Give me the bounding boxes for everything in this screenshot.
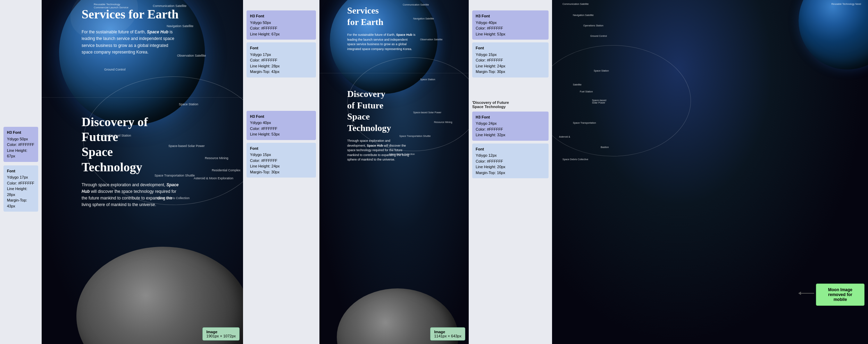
sat-label-station: Space Station: [179, 103, 198, 106]
mobile-section2-text: Discoveryof FutureSpaceTechnology Throug…: [347, 89, 410, 162]
mobile-h3-font-ann2: H3 Font Ydiygo 24pxColor: #FFFFFFLine He…: [472, 112, 549, 141]
right-font-annotation: Font Ydiygo 17pxColor: #FFFFFFLine Heigh…: [247, 42, 316, 77]
services-body: For the sustainable future of Earth, Spa…: [82, 29, 179, 56]
left-font-annotation: Font Ydiygo 17pxColor: #FFFFFFLine Heigh…: [3, 165, 38, 212]
mobile-section1-text: Servicesfor Earth For the sustainable fu…: [347, 5, 417, 51]
mobile-sat-obs: Observation Satellite: [420, 38, 443, 41]
mobile-panel: Servicesfor Earth For the sustainable fu…: [319, 0, 469, 344]
mobile-font-ann2: Font Ydiygo 12pxColor: #FFFFFFLine Heigh…: [472, 144, 549, 179]
mobile-h3-font-ann1: H3 Font Ydiygo 40pxColor: #FFFFFFLine He…: [472, 10, 549, 40]
sat-label-residential: Residential Complex: [212, 169, 241, 172]
mobile-sat-station: Space Station: [420, 78, 435, 81]
desktop-image-size-box: Image 1901px × 1072px: [202, 327, 240, 341]
right-h3-font-annotation: H3 Font Ydiygo 50pxColor: #FFFFFFLine He…: [247, 10, 316, 40]
sat-label-debris: Space Debris Collection: [156, 196, 190, 200]
mobile-section1-title-annotation: H3 Font Ydiygo 40pxColor: #FFFFFFLine He…: [472, 10, 549, 80]
far-right-sat-asteroid: Asteroid &: [559, 136, 570, 138]
mobile-section-divider: [319, 73, 469, 73]
far-right-sat-nav: Navigation Satellite: [573, 14, 594, 16]
mobile-font-ann1: Font Ydiygo 15pxColor: #FFFFFFLine Heigh…: [472, 42, 549, 77]
discovery-body: Through space exploration and developmen…: [82, 182, 179, 208]
far-right-sat-ground: Ground Control: [590, 35, 607, 37]
sat-label-ground: Ground Control: [104, 68, 126, 71]
mobile-discovery-label: 'Discovery of FutureSpace Technology: [472, 100, 549, 109]
far-right-sat-fuelstation: Fuel Station: [580, 90, 593, 93]
mobile-services-title: Servicesfor Earth: [347, 5, 417, 28]
mobile-discovery-title: Discoveryof FutureSpaceTechnology: [347, 89, 410, 134]
mobile-sat-mining: Resource Mining: [434, 121, 452, 123]
sat-label-nav: Navigation Satellite: [167, 24, 193, 28]
mobile-discovery-body: Through space exploration and developmen…: [347, 139, 410, 162]
far-right-sat-station: Space Station: [594, 69, 609, 72]
far-right-sat-opsstatus: Operations Station: [583, 24, 603, 27]
mobile-sat-solar: Space-based Solar Power: [413, 111, 441, 114]
moon-removed-arrow: [800, 293, 814, 294]
discovery-title: Discovery ofFutureSpaceTechnology: [82, 115, 179, 175]
section-divider: [42, 97, 243, 98]
mobile-section2-annotation: 'Discovery of FutureSpace Technology H3 …: [472, 100, 549, 181]
sat-label-solar: Space-based Solar Power: [168, 144, 205, 148]
sat-label-shuttle: Space Transportation Shuttle: [155, 174, 195, 177]
mobile-services-body: For the sustainable future of Earth, Spa…: [347, 33, 417, 51]
sat-label-reusable: Reusable TechnologyCommercial Launch Ser…: [94, 3, 128, 9]
left-annotation-column: H3 Font Ydiygo 50pxColor: #FFFFFFLine He…: [0, 0, 42, 344]
right-h3-font-annotation2: H3 Font Ydiygo 40pxColor: #FFFFFFLine He…: [247, 111, 316, 140]
right-font-annotation2: Font Ydiygo 15pxColor: #FFFFFFLine Heigh…: [247, 143, 316, 178]
moon-removed-annotation: Moon Image removed for mobile: [816, 284, 865, 306]
desktop-section1-text: Services for Earth For the sustainable f…: [82, 7, 179, 56]
right-desktop-annotation-column: H3 Font Ydiygo 50pxColor: #FFFFFFLine He…: [243, 0, 319, 344]
far-right-sat-bastion: Bastion: [601, 146, 609, 148]
far-right-panel: Moon Image removed for mobile Communicat…: [552, 0, 868, 344]
mobile-sat-debris: Space Debris Collection: [389, 153, 415, 155]
mobile-image-size-box: Image 1141px × 643px: [430, 327, 465, 341]
sat-label-obs: Observation Satellite: [177, 54, 206, 57]
sat-label-mining: Resource Mining: [205, 156, 228, 160]
far-right-sat-transport: Space Transportation: [573, 122, 596, 124]
sat-label-comm: Communication Satellite: [153, 4, 186, 8]
far-right-sat-solar2: Space-basedSolar Power: [592, 99, 606, 104]
left-h3-font-annotation: H3 Font Ydiygo 50pxColor: #FFFFFFLine He…: [3, 127, 38, 162]
services-title: Services for Earth: [82, 7, 179, 22]
far-right-sat-satellite: Satellite: [573, 83, 582, 86]
sat-label-fuel: Satellite Fuel Station: [102, 134, 131, 137]
desktop-panel: Services for Earth For the sustainable f…: [42, 0, 243, 344]
far-right-sat-comm: Communication Satellite: [562, 3, 589, 5]
mobile-sat-shuttle: Space Transportation Shuttle: [399, 135, 431, 137]
mobile-sat-comm: Communication Satellite: [403, 3, 429, 6]
far-right-sat-reusable: Reusable Technology Need: [832, 3, 861, 5]
far-right-sat-space-debris: Space Debris Collective: [562, 158, 588, 161]
right-mobile-annotation-column: H3 Font Ydiygo 40pxColor: #FFFFFFLine He…: [469, 0, 552, 344]
desktop-section2-text: Discovery ofFutureSpaceTechnology Throug…: [82, 115, 179, 208]
mobile-sat-nav: Navigation Satellite: [413, 17, 434, 20]
sat-label-asteroid: Asteroid & Moon Exploration: [194, 177, 233, 180]
